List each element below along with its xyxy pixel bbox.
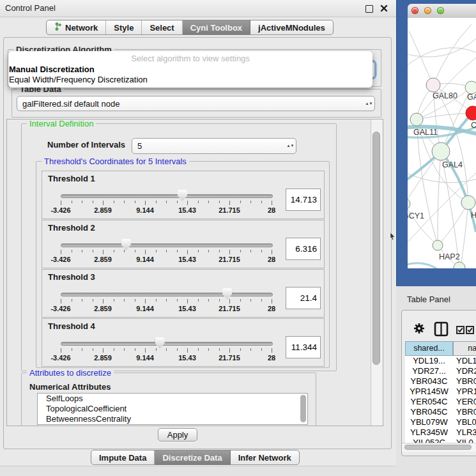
slider-thumb[interactable] bbox=[178, 190, 187, 201]
tick-mark bbox=[166, 348, 167, 351]
tick-mark bbox=[114, 348, 114, 351]
cell-name[interactable]: YDL1 bbox=[453, 356, 476, 366]
popup-item-equal-width-frequency[interactable]: Equal Width/Frequency Discretization bbox=[9, 75, 148, 84]
zoom-traffic-light[interactable] bbox=[437, 7, 444, 14]
table-row[interactable]: YBR045CYBR0 bbox=[405, 407, 476, 417]
tick-mark bbox=[72, 250, 72, 252]
attribute-list-item[interactable]: SelfLoops bbox=[38, 394, 307, 404]
table-row[interactable]: YPR145WYPR1 bbox=[405, 387, 476, 397]
table-data-combobox[interactable]: galFiltered.sif default node ▲▼ bbox=[17, 96, 375, 111]
close-traffic-light[interactable] bbox=[411, 7, 418, 14]
table-row[interactable]: YDR27...YDR2 bbox=[405, 366, 476, 376]
tab-style[interactable]: Style bbox=[106, 20, 142, 35]
columns-icon[interactable] bbox=[434, 321, 449, 339]
slider-track[interactable] bbox=[61, 293, 273, 296]
network-node-gal80[interactable] bbox=[426, 78, 440, 92]
cell-name[interactable]: YPR1 bbox=[453, 387, 476, 397]
numerical-attributes-list: SelfLoopsTopologicalCoefficientBetweenne… bbox=[37, 393, 308, 425]
apply-button[interactable]: Apply bbox=[158, 428, 197, 441]
cell-name[interactable]: YER0 bbox=[453, 397, 476, 407]
tab-discretize-data[interactable]: Discretize Data bbox=[155, 450, 230, 464]
number-of-intervals-value: 5 bbox=[137, 141, 142, 151]
cell-shared-name[interactable]: YLR345W bbox=[405, 427, 453, 438]
network-window-titlebar[interactable] bbox=[408, 4, 476, 19]
cell-shared-name[interactable]: YBL079W bbox=[405, 417, 453, 427]
cell-shared-name[interactable]: YBR043C bbox=[405, 376, 453, 387]
cell-shared-name[interactable]: YER054C bbox=[405, 397, 453, 407]
gear-icon[interactable] bbox=[413, 322, 426, 337]
table-row[interactable]: YBR043CYBR0 bbox=[405, 376, 476, 387]
combo-stepper-icon[interactable]: ▲▼ bbox=[364, 102, 374, 105]
network-node-gal4[interactable] bbox=[432, 142, 450, 160]
slider-track[interactable] bbox=[61, 243, 273, 247]
threshold-title: Threshold 2 bbox=[48, 223, 95, 233]
slider-thumb[interactable] bbox=[222, 288, 232, 300]
cell-name[interactable]: YBL0 bbox=[453, 417, 476, 427]
tab-select[interactable]: Select bbox=[142, 20, 182, 35]
attribute-list-item[interactable]: TopologicalCoefficient bbox=[38, 404, 307, 414]
network-node-hap2[interactable] bbox=[433, 240, 443, 250]
tab-impute-data[interactable]: Impute Data bbox=[91, 450, 155, 464]
tick-mark bbox=[124, 299, 125, 302]
float-window-icon[interactable] bbox=[365, 5, 373, 13]
cell-name[interactable]: YDR2 bbox=[453, 366, 476, 376]
number-of-intervals-combobox[interactable]: 5 ▲▼ bbox=[132, 138, 296, 154]
table-row[interactable]: YBL079WYBL0 bbox=[405, 417, 476, 427]
checkbox-icon[interactable] bbox=[466, 325, 474, 337]
top-tab-bar: NetworkStyleSelectCyni ToolboxjActiveMNo… bbox=[46, 20, 334, 35]
table-hscrollbar-track[interactable] bbox=[402, 443, 476, 452]
threshold-value-field[interactable] bbox=[286, 336, 321, 358]
tab-jactivemnodules[interactable]: jActiveMNodules bbox=[250, 20, 333, 35]
tick-mark bbox=[208, 201, 209, 203]
minimize-traffic-light[interactable] bbox=[424, 7, 431, 14]
threshold-value-field[interactable] bbox=[286, 188, 321, 211]
network-canvas[interactable]: GAL80GACGAL11GAL4GCY1HHAP2 bbox=[408, 18, 476, 268]
network-node-label: GCY1 bbox=[408, 211, 424, 220]
network-node[interactable] bbox=[454, 262, 465, 268]
cell-shared-name[interactable]: YPR145W bbox=[405, 387, 453, 397]
checkbox-icon[interactable] bbox=[456, 325, 464, 337]
tab-infer-network[interactable]: Infer Network bbox=[231, 450, 299, 464]
tab-cyni-toolbox[interactable]: Cyni Toolbox bbox=[183, 20, 250, 35]
table-row[interactable]: YLR345WYLR3 bbox=[405, 427, 476, 438]
tick-mark bbox=[250, 299, 251, 302]
thresholds-group: Threshold's Coordinates for 5 Intervals … bbox=[36, 161, 330, 368]
cell-shared-name[interactable]: YDR27... bbox=[405, 366, 453, 376]
slider-track[interactable] bbox=[61, 194, 273, 198]
network-node-ga[interactable] bbox=[465, 81, 476, 94]
close-icon[interactable] bbox=[380, 4, 388, 13]
cell-shared-name[interactable]: YBR045C bbox=[405, 407, 453, 417]
slider-track[interactable] bbox=[61, 342, 273, 346]
cell-shared-name[interactable]: YDL19... bbox=[405, 356, 453, 366]
threshold-value-field[interactable] bbox=[286, 287, 321, 309]
tab-network[interactable]: Network bbox=[47, 20, 106, 35]
cell-name[interactable]: YBR0 bbox=[453, 376, 476, 387]
panel-title: Control Panel bbox=[5, 3, 56, 13]
settings-scrollbar-track[interactable] bbox=[371, 119, 383, 426]
cell-name[interactable]: YLR3 bbox=[453, 427, 476, 438]
table-hscrollbar-thumb[interactable] bbox=[404, 445, 472, 450]
threshold-panel: Threshold 4-3.4262.8599.14415.4321.71528 bbox=[42, 318, 325, 367]
list-scrollbar[interactable] bbox=[300, 395, 306, 422]
tick-label: 9.144 bbox=[136, 256, 154, 263]
slider-thumb[interactable] bbox=[121, 239, 131, 250]
cell-name[interactable]: YBR0 bbox=[453, 407, 476, 417]
slider-tick-labels: -3.4262.8599.14415.4321.71528 bbox=[61, 305, 272, 313]
popup-item-manual-discretization[interactable]: Manual Discretization bbox=[9, 65, 95, 74]
network-node-h[interactable] bbox=[461, 196, 475, 210]
attribute-list-item[interactable]: BetweennessCentrality bbox=[38, 414, 307, 424]
column-header-shared-name[interactable]: shared... bbox=[405, 341, 453, 356]
slider-thumb[interactable] bbox=[155, 337, 165, 349]
settings-scrollbar-thumb[interactable] bbox=[372, 132, 380, 365]
tick-mark bbox=[114, 250, 114, 252]
threshold-title: Threshold 1 bbox=[48, 174, 95, 183]
column-header-name[interactable]: name bbox=[453, 341, 476, 356]
tick-mark bbox=[72, 201, 72, 203]
threshold-value-field[interactable] bbox=[286, 238, 321, 260]
tick-label: 9.144 bbox=[136, 206, 154, 214]
table-row[interactable]: YER054CYER0 bbox=[405, 397, 476, 407]
network-node-gcy1[interactable] bbox=[408, 198, 410, 210]
combo-stepper-icon[interactable]: ▲▼ bbox=[285, 144, 296, 148]
network-node-gal11[interactable] bbox=[410, 113, 423, 126]
table-row[interactable]: YDL19...YDL1 bbox=[405, 356, 476, 366]
